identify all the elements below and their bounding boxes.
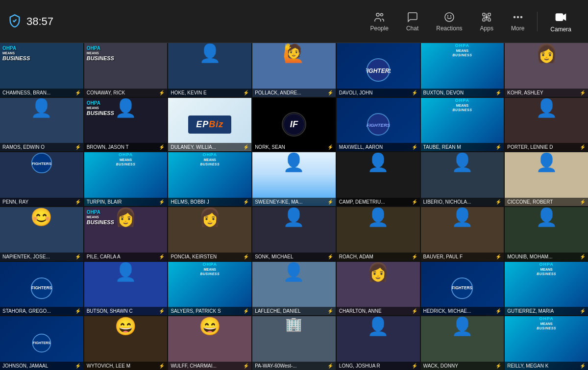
svg-point-13 xyxy=(517,16,518,18)
participant-tile[interactable]: FIGHTERS PENN, RAY ⚡ xyxy=(0,152,83,206)
svg-point-0 xyxy=(376,13,379,16)
participant-label: ROACH, ADAM ⚡ xyxy=(337,253,420,261)
ohpa-overlay: OHPA MEANS BUSINESS xyxy=(87,100,114,117)
participant-tile[interactable]: 👤 LIBERIO, NICHOLA... ⚡ xyxy=(421,152,504,206)
shield-icon xyxy=(8,14,22,29)
participant-tile[interactable]: EPBiz DULANEY, WILLIA... ⚡ xyxy=(168,98,251,152)
participant-label: HEDRICK, MICHAE... ⚡ xyxy=(421,307,504,315)
svg-point-2 xyxy=(445,13,454,22)
participant-tile[interactable]: 👤 SWEENEY-IKE, MA... ⚡ xyxy=(252,152,336,206)
participant-label: BROWN, JASON T ⚡ xyxy=(84,143,168,151)
meeting-timer: 38:57 xyxy=(26,15,53,28)
participant-label: CICCONE, ROBERT ⚡ xyxy=(505,198,588,206)
participant-tile[interactable]: 👤 CAMP, DEMETRIU... ⚡ xyxy=(337,152,420,206)
participant-label: HELMS, BOBBI J ⚡ xyxy=(168,198,251,206)
participant-label: JOHNSON, JAMAAL ⚡ xyxy=(0,362,83,370)
participant-tile[interactable]: FIGHTERS MAXWELL, AARON ⚡ xyxy=(337,98,420,152)
participant-tile[interactable]: 👤 BUTSON, SHAWN C ⚡ xyxy=(84,262,168,316)
participant-tile[interactable]: OHPA MEANS BUSINESS 👩 PILE, CARLA A ⚡ xyxy=(84,207,168,261)
top-bar-controls: People Chat Reactions xyxy=(362,5,581,38)
svg-text:FIGHTERS: FIGHTERS xyxy=(31,286,52,291)
participant-tile[interactable]: 😄 WYTOVICH, LEE M ⚡ xyxy=(84,316,168,370)
participant-tile[interactable]: OHPA MEANS BUSINESS REILLY, MEGAN K ⚡ xyxy=(505,316,588,370)
participant-label: BAUVER, PAUL F ⚡ xyxy=(421,253,504,261)
participant-label: LAFLECHE, DANIEL ⚡ xyxy=(252,307,336,315)
svg-rect-8 xyxy=(483,13,485,16)
participant-tile[interactable]: 👤 PORTER, LENNIE D ⚡ xyxy=(505,98,588,152)
participant-tile[interactable]: 🏢 PA-WAY-60West-... ⚡ xyxy=(252,316,336,370)
participant-tile[interactable]: 👤 HOKE, KEVIN E ⚡ xyxy=(168,43,251,97)
participant-label: CAMP, DEMETRIU... ⚡ xyxy=(337,198,420,206)
participant-tile[interactable]: 👤 RAMOS, EDWIN O ⚡ xyxy=(0,98,83,152)
participant-tile[interactable]: OHPA MEANS BUSINESS BUXTON, DEVON ⚡ xyxy=(421,43,504,97)
participant-tile[interactable]: OHPA MEANS BUSINESS CONAWAY, RICK ⚡ xyxy=(84,43,168,97)
participant-tile[interactable]: 👩 KOHR, ASHLEY ⚡ xyxy=(505,43,588,97)
participant-label: HOKE, KEVIN E ⚡ xyxy=(168,89,251,97)
participant-label: POLLACK, ANDRE... ⚡ xyxy=(252,89,336,97)
apps-label: Apps xyxy=(480,25,493,32)
participant-tile[interactable]: OHPA MEANS BUSINESS GUTIERREZ, MARIA ⚡ xyxy=(505,262,588,316)
participant-tile[interactable]: 👩 CHARLTON, ANNE ⚡ xyxy=(337,262,420,316)
participant-tile[interactable]: OHPA MEANS BUSINESS 👤 BROWN, JASON T ⚡ xyxy=(84,98,168,152)
participant-tile[interactable]: 👤 MOUNIB, MOHAM... ⚡ xyxy=(505,207,588,261)
participant-label: MOUNIB, MOHAM... ⚡ xyxy=(505,253,588,261)
participant-tile[interactable]: 👤 CICCONE, ROBERT ⚡ xyxy=(505,152,588,206)
svg-rect-9 xyxy=(488,13,490,16)
participant-tile[interactable]: FIGHTERS STAHORA, GREGO... ⚡ xyxy=(0,262,83,316)
participant-tile[interactable]: OHPA MEANS BUSINESS HELMS, BOBBI J ⚡ xyxy=(168,152,251,206)
participant-tile[interactable]: 😄 WULFF, CHARMAI... ⚡ xyxy=(168,316,251,370)
participant-label: KOHR, ASHLEY ⚡ xyxy=(505,89,588,97)
camera-button[interactable]: Camera xyxy=(541,5,580,38)
participant-tile[interactable]: 😊 NAPIENTEK, JOSE... ⚡ xyxy=(0,207,83,261)
participant-tile[interactable]: 👤 SONK, MICHAEL ⚡ xyxy=(252,207,336,261)
participant-tile[interactable]: OHPA MEANS BUSINESS TURPIN, BLAIR ⚡ xyxy=(84,152,168,206)
more-button[interactable]: More xyxy=(502,6,533,37)
participant-tile[interactable]: 🙋 POLLACK, ANDRE... ⚡ xyxy=(252,43,336,97)
participant-label: TURPIN, BLAIR ⚡ xyxy=(84,198,168,206)
reactions-label: Reactions xyxy=(436,25,462,32)
participant-label: REILLY, MEGAN K ⚡ xyxy=(505,362,588,370)
participant-tile[interactable]: FIGHTERS DAVOLI, JOHN ⚡ xyxy=(337,43,420,97)
participant-label: PILE, CARLA A ⚡ xyxy=(84,253,168,261)
participant-tile[interactable]: OHPA MEANS BUSINESS SALYERS, PATRICK S ⚡ xyxy=(168,262,251,316)
camera-icon xyxy=(554,10,568,24)
participant-tile[interactable]: IF NORK, SEAN ⚡ xyxy=(252,98,336,152)
top-bar: 38:57 People Chat xyxy=(0,0,588,43)
participant-tile[interactable]: 👤 LONG, JOSHUA R ⚡ xyxy=(337,316,420,370)
svg-point-14 xyxy=(520,16,522,18)
participant-label: WYTOVICH, LEE M ⚡ xyxy=(84,362,168,370)
more-icon xyxy=(512,11,524,23)
participant-tile[interactable]: 👤 LAFLECHE, DANIEL ⚡ xyxy=(252,262,336,316)
participant-tile[interactable]: 👩 PONCIA, KEIRSTEN ⚡ xyxy=(168,207,251,261)
more-label: More xyxy=(511,25,524,32)
participant-tile[interactable]: 👤 ROACH, ADAM ⚡ xyxy=(337,207,420,261)
svg-text:FIGHTERS: FIGHTERS xyxy=(452,286,473,291)
svg-point-7 xyxy=(486,16,488,18)
participant-label: STAHORA, GREGO... ⚡ xyxy=(0,307,83,315)
participant-label: NORK, SEAN ⚡ xyxy=(252,143,336,151)
apps-button[interactable]: Apps xyxy=(471,6,502,37)
participant-label: PONCIA, KEIRSTEN ⚡ xyxy=(168,253,251,261)
participant-tile[interactable]: FIGHTERS HEDRICK, MICHAE... ⚡ xyxy=(421,262,504,316)
participant-tile[interactable]: OHPA MEANS BUSINESS CHAMNESS, BRAN... ⚡ xyxy=(0,43,83,97)
participant-tile[interactable]: 👤 WACK, DONNY ⚡ xyxy=(421,316,504,370)
people-button[interactable]: People xyxy=(362,6,397,37)
participant-label: DULANEY, WILLIA... ⚡ xyxy=(168,143,251,151)
svg-text:FIGHTERS: FIGHTERS xyxy=(33,341,51,345)
ohpa-overlay: OHPA MEANS BUSINESS xyxy=(87,209,114,226)
participant-tile[interactable]: 👤 BAUVER, PAUL F ⚡ xyxy=(421,207,504,261)
participant-tile[interactable]: FIGHTERS JOHNSON, JAMAAL ⚡ xyxy=(0,316,83,370)
ohpa-overlay: OHPA MEANS BUSINESS xyxy=(2,46,30,62)
participant-label: CHARLTON, ANNE ⚡ xyxy=(337,307,420,315)
participant-label: SALYERS, PATRICK S ⚡ xyxy=(168,307,251,315)
participant-tile[interactable]: OHPA MEANS BUSINESS TAUBE, REAN M ⚡ xyxy=(421,98,504,152)
chat-label: Chat xyxy=(406,25,418,32)
participant-label: CONAWAY, RICK ⚡ xyxy=(84,89,168,97)
chat-button[interactable]: Chat xyxy=(397,6,427,37)
participant-label: BUXTON, DEVON ⚡ xyxy=(421,89,504,97)
video-grid: OHPA MEANS BUSINESS CHAMNESS, BRAN... ⚡ … xyxy=(0,43,588,370)
svg-text:FIGHTERS: FIGHTERS xyxy=(367,122,390,128)
reactions-button[interactable]: Reactions xyxy=(427,6,471,37)
chat-icon xyxy=(407,11,418,23)
svg-rect-10 xyxy=(483,19,485,21)
